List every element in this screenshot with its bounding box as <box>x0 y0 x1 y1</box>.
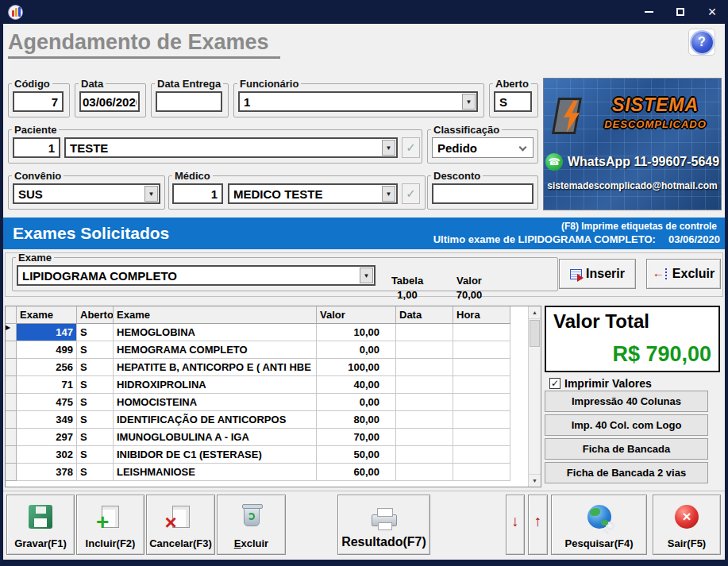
aberto-field[interactable] <box>494 91 532 112</box>
cell-exame-name[interactable]: HOMOCISTEINA <box>114 394 317 411</box>
data-field[interactable] <box>79 91 140 112</box>
cell-aberto[interactable]: S <box>77 446 114 464</box>
cell-exame-name[interactable]: HIDROXIPROLINA <box>114 376 317 394</box>
col-header-exame-name[interactable]: Exame <box>114 306 317 324</box>
col-header-valor[interactable]: Valor <box>317 306 396 324</box>
table-row[interactable]: 475SHOMOCISTEINA0,00 <box>6 394 541 411</box>
convenio-combobox[interactable]: SUS ▼ <box>13 183 160 204</box>
cell-hora[interactable] <box>453 429 510 446</box>
excluir-button[interactable]: Excluir <box>217 495 286 555</box>
cell-exame-code[interactable]: 297 <box>17 429 77 446</box>
scroll-up-icon[interactable]: ▲ <box>529 306 541 319</box>
cell-aberto[interactable]: S <box>77 429 114 446</box>
medico-code-field[interactable] <box>172 183 223 204</box>
cell-data[interactable] <box>396 324 453 341</box>
medico-confirm-button[interactable]: ✓ <box>402 183 420 204</box>
cancelar-button[interactable]: × Cancelar(F3) <box>146 495 215 555</box>
paciente-code-field[interactable] <box>13 137 60 158</box>
close-button[interactable]: × <box>696 0 728 24</box>
print-button-2[interactable]: Ficha de Bancada <box>545 438 708 460</box>
cell-exame-name[interactable]: HEPATITE B, ANTICORPO E ( ANTI HBE <box>114 359 317 376</box>
maximize-button[interactable] <box>664 0 696 24</box>
table-row[interactable]: ▶147SHEMOGLOBINA10,00 <box>6 324 541 341</box>
table-row[interactable]: 71SHIDROXIPROLINA40,00 <box>6 376 541 394</box>
cell-data[interactable] <box>396 411 453 429</box>
cell-aberto[interactable]: S <box>77 359 114 376</box>
funcionario-combobox[interactable]: 1 ▼ <box>238 91 478 112</box>
cell-exame-name[interactable]: INIBIDOR DE C1 (ESTERASE) <box>114 446 317 464</box>
desconto-field[interactable] <box>432 183 533 204</box>
cell-exame-code[interactable]: 256 <box>17 359 77 376</box>
cell-valor[interactable]: 80,00 <box>317 411 396 429</box>
pesquisar-button[interactable]: Pesquisar(F4) <box>551 495 647 555</box>
table-row[interactable]: 349SIDENTIFICAÇÃO DE ANTICORPOS80,00 <box>6 411 541 429</box>
classificacao-select[interactable]: Pedido <box>432 137 533 158</box>
cell-aberto[interactable]: S <box>77 376 114 394</box>
table-row[interactable]: 302SINIBIDOR DE C1 (ESTERASE)50,00 <box>6 446 541 464</box>
table-row[interactable]: 378SLEISHMANIOSE60,00 <box>6 464 541 481</box>
col-header-aberto[interactable]: Aberto <box>77 306 114 324</box>
data-entrega-field[interactable] <box>156 91 222 112</box>
imprimir-valores-row[interactable]: ✓ Imprimir Valores <box>549 377 652 390</box>
cell-exame-name[interactable]: IMUNOGLOBULINA A - IGA <box>114 429 317 446</box>
cell-hora[interactable] <box>453 359 510 376</box>
cell-exame-name[interactable]: HEMOGRAMA COMPLETO <box>114 341 317 359</box>
chevron-down-icon[interactable]: ▼ <box>382 140 395 156</box>
sair-button[interactable]: × Sair(F5) <box>653 495 721 555</box>
exame-combobox[interactable]: LIPIDOGRAMA COMPLETO ▼ <box>17 265 376 286</box>
paciente-combobox[interactable]: TESTE ▼ <box>64 137 398 158</box>
cell-valor[interactable]: 10,00 <box>317 324 396 341</box>
cell-aberto[interactable]: S <box>77 464 114 481</box>
cell-exame-code[interactable]: 302 <box>17 446 77 464</box>
cell-aberto[interactable]: S <box>77 394 114 411</box>
cell-data[interactable] <box>396 341 453 359</box>
chevron-down-icon[interactable]: ▼ <box>144 186 158 202</box>
cell-valor[interactable]: 50,00 <box>317 446 396 464</box>
cell-exame-code[interactable]: 349 <box>17 411 77 429</box>
col-header-data[interactable]: Data <box>396 306 453 324</box>
cell-data[interactable] <box>396 464 453 481</box>
table-row[interactable]: 256SHEPATITE B, ANTICORPO E ( ANTI HBE10… <box>6 359 541 376</box>
paciente-confirm-button[interactable]: ✓ <box>402 137 420 158</box>
cell-valor[interactable]: 40,00 <box>317 376 396 394</box>
cell-hora[interactable] <box>453 376 510 394</box>
move-down-button[interactable]: ↓ <box>506 495 525 555</box>
inserir-button[interactable]: Inserir <box>559 259 636 289</box>
table-row[interactable]: 499SHEMOGRAMA COMPLETO0,00 <box>6 341 541 359</box>
cell-data[interactable] <box>396 394 453 411</box>
print-button-0[interactable]: Impressão 40 Colunas <box>545 391 708 412</box>
scrollbar-thumb[interactable] <box>530 320 540 347</box>
cell-valor[interactable]: 100,00 <box>317 359 396 376</box>
cell-data[interactable] <box>396 446 453 464</box>
cell-valor[interactable]: 70,00 <box>317 429 396 446</box>
col-header-hora[interactable]: Hora <box>453 306 510 324</box>
chevron-down-icon[interactable]: ▼ <box>360 268 373 283</box>
cell-hora[interactable] <box>453 464 510 481</box>
cell-exame-code[interactable]: 147 <box>17 324 77 341</box>
chevron-down-icon[interactable]: ▼ <box>462 94 476 110</box>
medico-combobox[interactable]: MEDICO TESTE ▼ <box>228 183 398 204</box>
minimize-button[interactable] <box>633 0 664 24</box>
chevron-down-icon[interactable]: ▼ <box>382 186 395 202</box>
col-header-exame-code[interactable]: Exame <box>17 306 77 324</box>
print-button-3[interactable]: Ficha de Bancada 2 vias <box>545 462 708 483</box>
scroll-down-icon[interactable]: ▼ <box>529 474 541 487</box>
cell-exame-code[interactable]: 475 <box>17 394 77 411</box>
cell-exame-code[interactable]: 378 <box>17 464 77 481</box>
cell-exame-name[interactable]: HEMOGLOBINA <box>114 324 317 341</box>
cell-aberto[interactable]: S <box>77 411 114 429</box>
help-button[interactable]: ? <box>688 29 715 56</box>
cell-aberto[interactable]: S <box>77 324 114 341</box>
cell-hora[interactable] <box>453 411 510 429</box>
codigo-field[interactable] <box>13 91 64 112</box>
cell-hora[interactable] <box>453 446 510 464</box>
cell-data[interactable] <box>396 376 453 394</box>
cell-data[interactable] <box>396 429 453 446</box>
imprimir-valores-checkbox[interactable]: ✓ <box>549 378 560 389</box>
cell-aberto[interactable]: S <box>77 341 114 359</box>
cell-exame-code[interactable]: 499 <box>17 341 77 359</box>
table-row[interactable]: 297SIMUNOGLOBULINA A - IGA70,00 <box>6 429 541 446</box>
vertical-scrollbar[interactable]: ▲ ▼ <box>528 306 541 487</box>
cell-data[interactable] <box>396 359 453 376</box>
cell-exame-name[interactable]: LEISHMANIOSE <box>114 464 317 481</box>
